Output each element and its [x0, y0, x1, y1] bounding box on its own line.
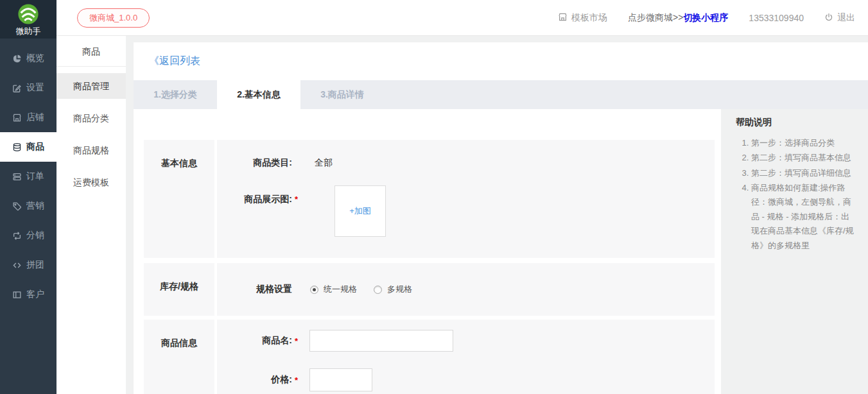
back-to-list-link[interactable]: 《返回列表	[149, 55, 200, 68]
required-mark: *	[295, 194, 301, 204]
sidebar-item-orders[interactable]: 订单	[0, 162, 56, 191]
help-panel: 帮助说明 第一步：选择商品分类 第二步：填写商品基本信息 第二步：填写商品详细信…	[736, 117, 855, 253]
logout-label: 退出	[837, 12, 855, 24]
price-label: 价格:	[217, 374, 292, 386]
sidebar-item-customers[interactable]: 客户	[0, 280, 56, 309]
goods-name-row: 商品名:*	[217, 330, 715, 352]
radio-multi-spec[interactable]: 多规格	[374, 284, 412, 295]
sidebar-item-label: 客户	[26, 289, 44, 300]
radio-unified-label: 统一规格	[324, 284, 357, 295]
submenu-item-goods-category[interactable]: 商品分类	[56, 105, 126, 131]
share-icon	[12, 231, 22, 241]
submenu-title: 商品	[56, 36, 126, 67]
help-item: 商品规格如何新建:操作路径：微商城，左侧导航，商品 - 规格 - 添加规格后：出…	[751, 181, 855, 253]
goods-icon	[12, 142, 22, 152]
mall-name-label: 点步微商城>>	[628, 12, 683, 22]
section-stock-spec: 库存/规格 规格设置 统一规格 多规格	[144, 263, 715, 316]
sidebar-item-label: 店铺	[26, 112, 44, 123]
brand-name: 微助手	[16, 26, 41, 37]
sidebar: 微助手 概览 设置 店铺 商品 订单	[0, 0, 56, 394]
sidebar-item-label: 拼团	[26, 259, 44, 271]
goods-name-input[interactable]	[309, 330, 453, 352]
edit-icon	[12, 83, 22, 93]
price-row: 价格:*	[217, 368, 715, 391]
section-title: 商品信息	[144, 320, 214, 394]
tab-select-category[interactable]: 1.选择分类	[134, 80, 217, 109]
sidebar-item-label: 概览	[26, 53, 44, 64]
sidebar-item-label: 设置	[26, 82, 44, 94]
section-body: 规格设置 统一规格 多规格	[217, 263, 715, 316]
submenu-item-goods-spec[interactable]: 商品规格	[56, 137, 126, 163]
groupbuy-icon	[12, 261, 22, 270]
display-image-row: 商品展示图:* +加图	[217, 185, 715, 237]
order-icon	[12, 172, 22, 182]
help-item: 第一步：选择商品分类	[751, 136, 855, 150]
help-title: 帮助说明	[736, 117, 855, 128]
tab-basic-info[interactable]: 2.基本信息	[217, 80, 300, 109]
store-cart-icon	[558, 12, 568, 24]
sidebar-item-label: 订单	[26, 171, 44, 182]
display-image-label: 商品展示图:	[217, 194, 292, 205]
sidebar-item-marketing[interactable]: 营销	[0, 191, 56, 221]
customer-icon	[12, 290, 22, 300]
spec-radio-group: 统一规格 多规格	[310, 284, 412, 295]
section-title: 基本信息	[144, 140, 214, 258]
sidebar-item-groupbuy[interactable]: 拼团	[0, 250, 56, 280]
spec-setting-label: 规格设置	[217, 284, 292, 295]
sidebar-item-settings[interactable]: 设置	[0, 73, 56, 103]
sidebar-item-label: 商品	[26, 141, 44, 153]
section-goods-info: 商品信息 商品名:* 价格:*	[144, 320, 715, 394]
shop-icon	[12, 113, 22, 123]
sidebar-item-label: 分销	[26, 230, 44, 241]
template-market-link[interactable]: 模板市场	[558, 12, 607, 24]
tag-icon	[12, 201, 22, 211]
mall-switch: 点步微商城>>切换小程序	[628, 12, 728, 24]
help-item: 第二步：填写商品基本信息	[751, 151, 855, 165]
brand-logo[interactable]: 微助手	[0, 0, 56, 39]
switch-miniprogram-link[interactable]: 切换小程序	[683, 12, 728, 22]
top-header: 微商城_1.0.0 模板市场 点步微商城>>切换小程序 13533109940 …	[56, 0, 868, 36]
display-image-labels: 商品展示图:*	[217, 185, 301, 205]
price-input[interactable]	[309, 368, 372, 391]
account-phone: 13533109940	[749, 13, 804, 23]
brand-logo-icon	[17, 3, 39, 25]
submenu-item-goods-manage[interactable]: 商品管理	[56, 73, 126, 99]
radio-checked-icon	[310, 286, 318, 294]
sidebar-item-overview[interactable]: 概览	[0, 44, 56, 73]
required-mark: *	[295, 375, 301, 385]
help-list: 第一步：选择商品分类 第二步：填写商品基本信息 第二步：填写商品详细信息 商品规…	[736, 136, 855, 253]
help-item: 第二步：填写商品详细信息	[751, 166, 855, 180]
form-content: 基本信息 商品类目: 全部 商品展示图:* +加图 库存/规格	[134, 109, 721, 394]
logout-button[interactable]: 退出	[824, 12, 855, 24]
section-body: 商品名:* 价格:*	[217, 320, 715, 394]
tab-goods-detail[interactable]: 3.商品详情	[300, 80, 384, 109]
sidebar-item-store[interactable]: 店铺	[0, 103, 56, 132]
pie-chart-icon	[12, 54, 22, 64]
goods-name-label: 商品名:	[217, 335, 292, 347]
submenu-item-freight-template[interactable]: 运费模板	[56, 169, 126, 195]
radio-multi-label: 多规格	[387, 284, 412, 295]
sidebar-item-goods[interactable]: 商品	[0, 132, 56, 162]
section-basic-info: 基本信息 商品类目: 全部 商品展示图:* +加图	[144, 140, 715, 258]
category-value: 全部	[315, 157, 333, 169]
sidebar-item-distribution[interactable]: 分销	[0, 221, 56, 250]
sidebar-nav: 概览 设置 店铺 商品 订单 营销	[0, 39, 56, 309]
add-image-label: +加图	[349, 205, 371, 217]
section-title: 库存/规格	[144, 263, 214, 316]
category-label: 商品类目:	[217, 157, 292, 169]
section-body: 商品类目: 全部 商品展示图:* +加图	[217, 140, 715, 258]
app-root: 微助手 概览 设置 店铺 商品 订单	[0, 0, 868, 394]
wizard-tab-bar: 1.选择分类 2.基本信息 3.商品详情	[134, 80, 868, 109]
version-badge: 微商城_1.0.0	[77, 8, 150, 28]
header-actions: 模板市场 点步微商城>>切换小程序 13533109940 退出	[558, 0, 855, 36]
sidebar-item-label: 营销	[26, 200, 44, 212]
radio-unchecked-icon	[374, 286, 382, 294]
category-row: 商品类目: 全部	[217, 157, 715, 169]
power-icon	[824, 13, 833, 24]
back-bar: 《返回列表	[134, 42, 868, 80]
goods-submenu: 商品 商品管理 商品分类 商品规格 运费模板	[56, 36, 126, 394]
radio-unified-spec[interactable]: 统一规格	[310, 284, 357, 295]
required-mark: *	[295, 336, 301, 346]
template-market-label: 模板市场	[571, 12, 607, 24]
add-image-button[interactable]: +加图	[334, 185, 386, 237]
